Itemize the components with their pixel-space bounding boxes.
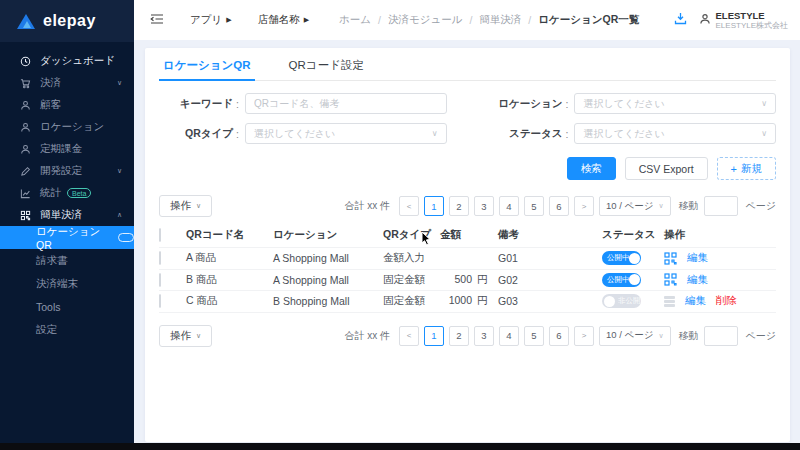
page-button-3[interactable]: 3 [474,326,494,346]
status-toggle[interactable]: 公開中 [602,273,641,287]
page-button-6[interactable]: 6 [549,326,569,346]
menu-fold-icon[interactable] [150,11,164,29]
page-button-3[interactable]: 3 [474,196,494,216]
user-menu[interactable]: ELESTYLE ELESTYLE株式会社 [699,10,788,30]
page-button-4[interactable]: 4 [499,196,519,216]
row-checkbox[interactable] [159,273,161,287]
person-icon [20,100,31,111]
page-jump-input[interactable] [704,196,738,216]
bulk-action-button[interactable]: 操作 ∨ [159,325,212,347]
chevron-down-icon: ∨ [658,202,663,210]
sidebar-item-tools[interactable]: Tools [0,295,134,318]
pagination-bottom: 合計 xx 件 < 1 2 3 4 5 6 > 10 / ページ ∨ 移動 ペー… [344,326,776,346]
user-company: ELESTYLE株式会社 [716,21,788,30]
next-page-button[interactable]: > [574,326,594,346]
page-button-6[interactable]: 6 [549,196,569,216]
page-button-4[interactable]: 4 [499,326,519,346]
tab-location-qr[interactable]: ロケーションQR [163,58,251,80]
breadcrumb-payment-module[interactable]: 決済モジュール [388,13,462,27]
page-button-2[interactable]: 2 [449,326,469,346]
sidebar-menu: ダッシュボード 決済 ∨ 顧客 ロケーション 定期課金 開発設定 [0,42,134,341]
prev-page-button[interactable]: < [399,326,419,346]
csv-export-button[interactable]: CSV Export [625,157,708,180]
select-all-checkbox[interactable] [159,228,161,242]
jump-suffix: ページ [746,199,776,213]
topbar: アプリ ▶ 店舗名称 ▶ ホーム / 決済モジュール / 簡単決済 / ロケーシ… [134,0,800,40]
keyword-input[interactable] [254,98,438,109]
chevron-down-icon: ∨ [761,129,767,138]
table-row: C 商品 B Shopping Mall 固定金額 1000円 G03 非公開 … [159,291,776,313]
sidebar-item-location-qr[interactable]: ロケーションQR [0,226,134,249]
user-icon [699,11,711,29]
sidebar-item-stats[interactable]: 統計 Beta [0,182,134,204]
chevron-down-icon: ∨ [432,129,438,138]
filter-panel: キーワード : ロケーション : 選択してください ∨ QRタイプ : 選択して… [159,93,776,144]
chevron-down-icon: ∨ [761,99,767,108]
sidebar-item-payments[interactable]: 決済 ∨ [0,72,134,94]
location-select[interactable]: 選択してください ∨ [574,93,776,114]
table-row: B 商品 A Shopping Mall 固定金額 500円 G02 公開中 編… [159,270,776,292]
bottom-toolbar: 操作 ∨ 合計 xx 件 < 1 2 3 4 5 6 > 10 / ページ ∨ … [159,325,776,347]
edit-link[interactable]: 編集 [687,251,708,265]
breadcrumb-easy-payment[interactable]: 簡単決済 [479,13,521,27]
content-card: ロケーションQR QRコード設定 キーワード : ロケーション : 選択してくだ… [145,48,790,442]
qr-code-icon[interactable] [664,273,677,286]
row-checkbox[interactable] [159,294,161,308]
delete-link[interactable]: 削除 [716,294,737,308]
sidebar-item-customers[interactable]: 顧客 [0,94,134,116]
cart-icon [20,78,31,89]
tab-bar: ロケーションQR QRコード設定 [159,48,776,81]
table-row: A 商品 A Shopping Mall 金額入力 G01 公開中 編集 [159,248,776,270]
qr-code-disabled-icon [664,296,675,307]
row-checkbox[interactable] [159,251,161,265]
status-label: ステータス [489,127,563,141]
chevron-down-icon: ∨ [658,332,663,340]
sidebar-item-dev-settings[interactable]: 開発設定 ∨ [0,160,134,182]
status-select[interactable]: 選択してください ∨ [574,123,776,144]
total-count: 合計 xx 件 [344,199,390,213]
dashboard-icon [20,56,31,67]
chevron-down-icon: ∨ [196,332,201,340]
qr-code-icon[interactable] [664,252,677,265]
page-button-5[interactable]: 5 [524,196,544,216]
person-icon [20,122,31,133]
breadcrumb-home[interactable]: ホーム [339,13,371,27]
sidebar-item-dashboard[interactable]: ダッシュボード [0,50,134,72]
person-icon [20,144,31,155]
app-menu[interactable]: アプリ ▶ [190,13,232,27]
page-size-select[interactable]: 10 / ページ ∨ [599,196,671,216]
bulk-action-button[interactable]: 操作 ∨ [159,195,212,217]
page-button-1[interactable]: 1 [424,326,444,346]
chevron-up-icon: ∧ [117,211,122,219]
sidebar-item-subscriptions[interactable]: 定期課金 [0,138,134,160]
qr-type-select[interactable]: 選択してください ∨ [245,123,447,144]
sidebar-item-easy-payment[interactable]: 簡単決済 ∧ [0,204,134,226]
breadcrumb: ホーム / 決済モジュール / 簡単決済 / ロケーションQR一覧 [339,13,639,27]
sidebar-item-locations[interactable]: ロケーション [0,116,134,138]
new-badge [118,233,134,242]
edit-link[interactable]: 編集 [685,294,706,308]
status-toggle[interactable]: 非公開 [602,294,641,308]
qr-code-icon [20,210,31,221]
sidebar-item-settings[interactable]: 設定 [0,318,134,341]
page-button-5[interactable]: 5 [524,326,544,346]
page-button-1[interactable]: 1 [424,196,444,216]
search-button[interactable]: 検索 [567,157,616,180]
page-jump-input[interactable] [704,326,738,346]
sidebar-item-terminals[interactable]: 決済端末 [0,272,134,295]
create-button[interactable]: + 新規 [717,157,776,180]
status-toggle[interactable]: 公開中 [602,251,641,265]
jump-suffix: ページ [746,329,776,343]
sidebar-item-invoices[interactable]: 請求書 [0,249,134,272]
tab-qr-settings[interactable]: QRコード設定 [289,58,364,80]
edit-link[interactable]: 編集 [687,273,708,287]
beta-badge: Beta [67,188,91,198]
page-size-select[interactable]: 10 / ページ ∨ [599,326,671,346]
download-icon[interactable] [674,11,687,29]
next-page-button[interactable]: > [574,196,594,216]
prev-page-button[interactable]: < [399,196,419,216]
store-menu[interactable]: 店舗名称 ▶ [258,13,309,27]
page-button-2[interactable]: 2 [449,196,469,216]
logo[interactable]: elepay [0,0,134,42]
logo-text: elepay [43,12,96,30]
